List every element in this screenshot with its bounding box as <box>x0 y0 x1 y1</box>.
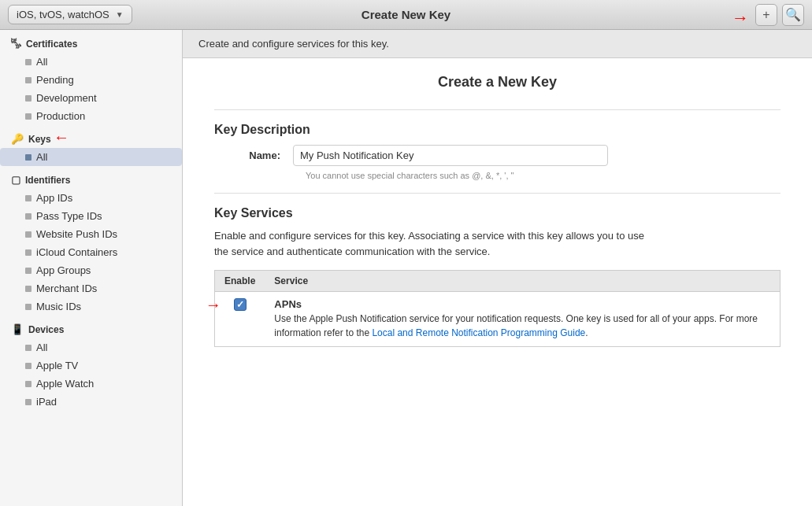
key-description-title: Key Description <box>214 123 780 137</box>
sidebar-section-certificates: 🈀 Certificates <box>0 30 182 53</box>
col-service-header: Service <box>265 271 780 292</box>
sidebar-item-label: Merchant IDs <box>36 283 97 294</box>
sidebar-item-label: All <box>36 56 47 68</box>
plus-icon: + <box>762 8 769 22</box>
identifiers-icon: ▢ <box>11 174 20 186</box>
sidebar-item-keys-all[interactable]: All <box>0 148 182 166</box>
search-icon: 🔍 <box>785 7 801 22</box>
item-square-icon <box>25 95 32 102</box>
name-input[interactable] <box>293 145 608 166</box>
sidebar-item-label: Apple Watch <box>36 378 94 390</box>
identifiers-header-label: Identifiers <box>25 175 70 186</box>
red-arrow-keys-icon: ← <box>54 127 69 146</box>
sidebar-item-label: Development <box>36 92 97 104</box>
sidebar: 🈀 Certificates All Pending Development P… <box>0 30 183 506</box>
item-square-icon <box>25 286 32 292</box>
sidebar-item-app-groups[interactable]: App Groups <box>0 261 182 279</box>
sidebar-item-website-push-ids[interactable]: Website Push IDs <box>0 225 182 243</box>
search-button[interactable]: 🔍 <box>782 4 804 26</box>
sidebar-item-certs-pending[interactable]: Pending <box>0 71 182 89</box>
sidebar-item-certs-production[interactable]: Production <box>0 107 182 125</box>
form-page-title: Create a New Key <box>214 74 780 90</box>
devices-header-label: Devices <box>28 324 64 335</box>
platform-selector[interactable]: iOS, tvOS, watchOS ▼ <box>8 5 132 24</box>
apns-checkbox-cell: → ✓ <box>215 292 265 347</box>
apns-service-cell: APNs Use the Apple Push Notification ser… <box>265 292 780 347</box>
apns-service-desc: Use the Apple Push Notification service … <box>274 312 770 340</box>
sidebar-item-label: Pass Type IDs <box>36 210 102 222</box>
sidebar-item-music-ids[interactable]: Music IDs <box>0 297 182 316</box>
name-hint: You cannot use special characters such a… <box>306 171 780 180</box>
red-arrow-checkbox-icon: → <box>206 296 221 314</box>
key-services-desc: Enable and configure services for this k… <box>214 228 780 259</box>
sidebar-section-identifiers: ▢ Identifiers <box>0 166 182 189</box>
subheader-text: Create and configure services for this k… <box>198 38 389 50</box>
sidebar-item-certs-development[interactable]: Development <box>0 89 182 107</box>
top-bar-actions: → + 🔍 <box>755 4 804 26</box>
name-label: Name: <box>214 150 293 161</box>
sidebar-item-label: Apple TV <box>36 360 78 371</box>
item-square-icon <box>25 363 32 369</box>
item-square-icon <box>25 304 32 310</box>
item-square-icon <box>25 195 32 201</box>
sidebar-item-certs-all[interactable]: All <box>0 53 182 71</box>
chevron-down-icon: ▼ <box>116 10 124 19</box>
platform-label: iOS, tvOS, watchOS <box>17 9 109 20</box>
apns-desc-text-2: . <box>585 327 588 338</box>
sidebar-item-label: Pending <box>36 74 74 86</box>
sidebar-item-label: Production <box>36 110 85 122</box>
table-row: → ✓ APNs Use the Apple Push Notification… <box>215 292 780 347</box>
checkbox-wrapper: → ✓ <box>234 298 247 311</box>
divider-1 <box>214 109 780 110</box>
main-area: 🈀 Certificates All Pending Development P… <box>0 30 812 506</box>
item-square-icon <box>25 268 32 274</box>
item-square-icon <box>25 154 32 161</box>
sidebar-item-label: iPad <box>36 396 57 408</box>
sidebar-item-label: iCloud Containers <box>36 246 117 258</box>
red-arrow-plus-icon: → <box>732 8 749 28</box>
col-enable-header: Enable <box>215 271 265 292</box>
item-square-icon <box>25 381 32 387</box>
keys-header-label: Keys <box>28 134 51 145</box>
apns-link[interactable]: Local and Remote Notification Programmin… <box>372 327 585 338</box>
sidebar-item-merchant-ids[interactable]: Merchant IDs <box>0 279 182 297</box>
sidebar-item-apple-watch[interactable]: Apple Watch <box>0 375 182 393</box>
certificates-header-label: Certificates <box>26 39 77 50</box>
sidebar-item-label: Website Push IDs <box>36 228 117 240</box>
certificate-icon: 🈀 <box>11 38 21 50</box>
item-square-icon <box>25 231 32 238</box>
apns-service-name: APNs <box>274 298 770 310</box>
sidebar-item-ipad[interactable]: iPad <box>0 393 182 411</box>
sidebar-item-label: App Groups <box>36 264 91 276</box>
item-square-icon <box>25 345 32 351</box>
services-table: Enable Service → ✓ <box>214 270 780 347</box>
content-subheader: Create and configure services for this k… <box>183 30 812 58</box>
page-title-topbar: Create New Key <box>362 8 450 21</box>
sidebar-item-label: All <box>36 342 47 353</box>
key-icon: 🔑 <box>11 133 24 145</box>
key-services-title: Key Services <box>214 206 780 220</box>
content-area: Create and configure services for this k… <box>183 30 812 506</box>
item-square-icon <box>25 213 32 220</box>
content-body: Create a New Key Key Description Name: Y… <box>183 58 812 506</box>
item-square-icon <box>25 59 32 65</box>
sidebar-item-label: Music IDs <box>36 301 81 312</box>
checkmark-icon: ✓ <box>236 300 244 309</box>
add-button[interactable]: + <box>755 4 777 26</box>
table-header-row: Enable Service <box>215 271 780 292</box>
item-square-icon <box>25 113 32 120</box>
sidebar-item-label: All <box>36 151 47 163</box>
item-square-icon <box>25 77 32 83</box>
sidebar-section-devices: 📱 Devices <box>0 316 182 338</box>
sidebar-section-keys: 🔑 Keys ← <box>0 125 182 148</box>
apns-checkbox[interactable]: ✓ <box>234 298 247 311</box>
sidebar-item-apple-tv[interactable]: Apple TV <box>0 356 182 375</box>
sidebar-item-icloud-containers[interactable]: iCloud Containers <box>0 243 182 261</box>
sidebar-item-app-ids[interactable]: App IDs <box>0 189 182 207</box>
sidebar-item-devices-all[interactable]: All <box>0 338 182 356</box>
sidebar-item-pass-type-ids[interactable]: Pass Type IDs <box>0 207 182 225</box>
top-bar: iOS, tvOS, watchOS ▼ Create New Key → + … <box>0 0 812 30</box>
sidebar-item-label: App IDs <box>36 192 72 204</box>
devices-icon: 📱 <box>11 323 24 335</box>
divider-2 <box>214 193 780 194</box>
